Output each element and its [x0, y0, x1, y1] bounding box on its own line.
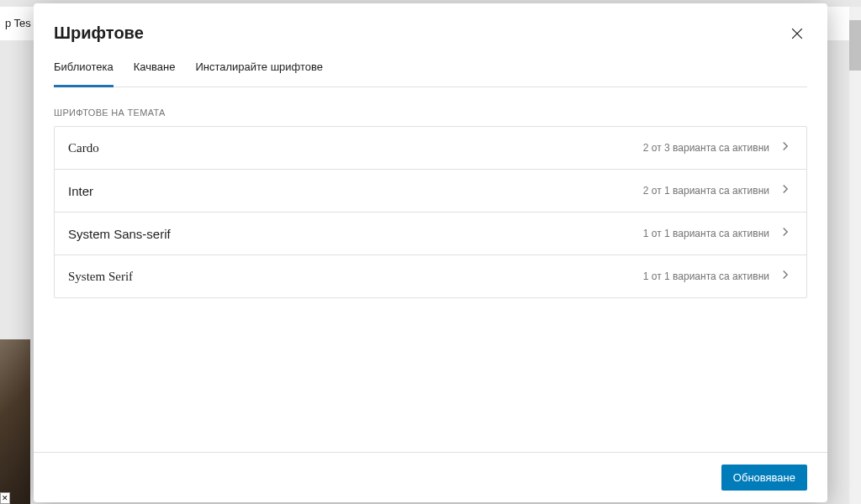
font-row-right: 1 от 1 варианта са активни: [643, 267, 793, 286]
modal-header: Шрифтове Библиотека Качване Инсталирайте…: [34, 3, 827, 87]
tab-install[interactable]: Инсталирайте шрифтове: [195, 60, 323, 87]
close-button[interactable]: [787, 24, 807, 44]
font-row-right: 2 от 1 варианта са активни: [643, 181, 793, 200]
font-row-right: 2 от 3 варианта са активни: [643, 139, 793, 157]
font-row-cardo[interactable]: Cardo 2 от 3 варианта са активни: [55, 127, 806, 170]
font-list: Cardo 2 от 3 варианта са активни Inter 2…: [54, 126, 807, 298]
close-icon: [789, 25, 806, 42]
chevron-right-icon: [778, 181, 793, 200]
font-name: System Sans-serif: [68, 227, 171, 241]
font-row-system-serif[interactable]: System Serif 1 от 1 варианта са активни: [55, 255, 806, 297]
font-status: 1 от 1 варианта са активни: [643, 228, 769, 239]
font-row-system-sans[interactable]: System Sans-serif 1 от 1 варианта са акт…: [55, 213, 806, 255]
font-status: 2 от 3 варианта са активни: [643, 142, 769, 154]
fonts-modal: Шрифтове Библиотека Качване Инсталирайте…: [34, 3, 827, 502]
modal-title: Шрифтове: [54, 24, 144, 43]
font-name: System Serif: [68, 270, 133, 284]
tab-upload[interactable]: Качване: [134, 60, 176, 87]
font-row-inter[interactable]: Inter 2 от 1 варианта са активни: [55, 170, 806, 213]
font-status: 2 от 1 варианта са активни: [643, 185, 769, 197]
modal-overlay: Шрифтове Библиотека Качване Инсталирайте…: [0, 0, 861, 504]
modal-title-row: Шрифтове: [54, 24, 807, 44]
chevron-right-icon: [778, 139, 793, 157]
modal-footer: Обновяване: [34, 452, 827, 502]
section-label: ШРИФТОВЕ НА ТЕМАТА: [54, 108, 807, 118]
chevron-right-icon: [778, 267, 793, 286]
tabs: Библиотека Качване Инсталирайте шрифтове: [54, 60, 807, 87]
tab-library[interactable]: Библиотека: [54, 60, 114, 87]
chevron-right-icon: [778, 224, 793, 243]
font-name: Inter: [68, 184, 93, 198]
font-row-right: 1 от 1 варианта са активни: [643, 224, 793, 243]
update-button[interactable]: Обновяване: [721, 465, 807, 491]
modal-body: ШРИФТОВЕ НА ТЕМАТА Cardo 2 от 3 варианта…: [34, 87, 827, 452]
font-status: 1 от 1 варианта са активни: [643, 270, 769, 282]
font-name: Cardo: [68, 141, 99, 155]
